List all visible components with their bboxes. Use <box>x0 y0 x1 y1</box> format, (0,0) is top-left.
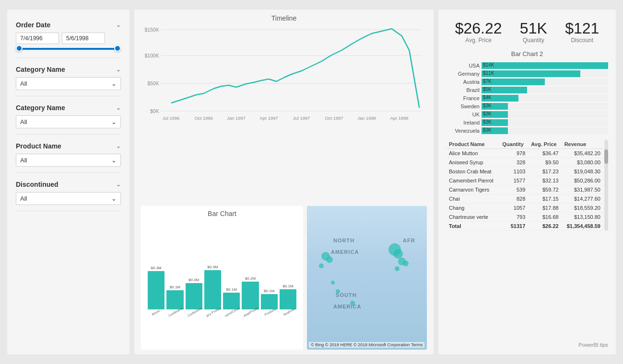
category1-chevron-icon[interactable]: ⌄ <box>116 66 121 73</box>
table-wrap[interactable]: Product Name Quantity Avg. Price Revenue… <box>446 140 603 231</box>
bar-chart2-title: Bar Chart 2 <box>446 50 608 57</box>
bar-rect-5 <box>242 282 259 309</box>
kpi-avg-price-label: Avg. Price <box>455 37 502 44</box>
slider-thumb-left[interactable] <box>16 45 23 52</box>
bar2-fill-6: $3K <box>482 111 508 118</box>
category2-header[interactable]: Category Name ⌄ <box>16 104 121 112</box>
bar2-row-6[interactable]: UK$3K <box>446 111 608 118</box>
table-cell-1-3: $3,080.00 <box>562 158 603 167</box>
category2-value: All <box>20 118 27 125</box>
bar-item-7[interactable]: $0.1M <box>280 284 296 309</box>
bar-item-4[interactable]: $0.1M <box>223 287 240 309</box>
discontinued-chevron-icon[interactable]: ⌄ <box>116 181 121 188</box>
kpi-quantity-value: 51K <box>520 20 547 37</box>
kpi-discount: $121 Discount <box>565 20 599 44</box>
map-section[interactable]: NORTH AMERICA SOUTH AMERICA AFR © Bing ©… <box>307 206 427 350</box>
bar2-row-2[interactable]: Austria$7K <box>446 79 608 85</box>
table-cell-7-2: $16.68 <box>528 213 561 222</box>
table-cell-2-1: 1103 <box>499 167 528 176</box>
bar2-label-3: Brazil <box>446 87 480 93</box>
bar-chart[interactable]: $0.3M$0.1M$0.2M$0.3M$0.1M$0.2M$0.1M$0.1M… <box>146 219 298 330</box>
bar2-fill-1: $11K <box>482 70 580 77</box>
map-dot-2 <box>326 256 333 263</box>
bar2-value-8: $3K <box>482 127 508 133</box>
discontinued-header[interactable]: Discontinued ⌄ <box>16 181 121 188</box>
bar-item-0[interactable]: $0.3M <box>148 266 165 309</box>
date-to[interactable]: 5/6/1998 <box>62 33 105 44</box>
category1-label: Category Name <box>16 66 65 73</box>
table-cell-1-1: 328 <box>499 158 528 167</box>
total-revenue: $1,354,458.59 <box>562 222 603 231</box>
order-date-chevron-icon[interactable]: ⌄ <box>116 22 121 28</box>
bar2-value-1: $11K <box>482 70 580 76</box>
bar-value-5: $0.2M <box>245 276 256 281</box>
timeline-chart[interactable]: $150K $100K $50K $0K Jul 1996 Oct 1996 J… <box>141 24 427 129</box>
dashboard: Order Date ⌄ 7/4/1996 5/6/1998 Category … <box>0 0 623 364</box>
date-from[interactable]: 7/4/1996 <box>16 33 59 44</box>
bar-item-5[interactable]: $0.2M <box>242 276 259 309</box>
bar2-value-5: $3K <box>482 103 508 108</box>
bar2-row-1[interactable]: Germany$11K <box>446 70 608 77</box>
category2-label: Category Name <box>16 104 65 112</box>
bar2-row-3[interactable]: Brazil$5K <box>446 87 608 93</box>
bar2-value-7: $3K <box>482 119 508 125</box>
table-cell-1-0: Aniseed Syrup <box>446 158 499 167</box>
bar-value-4: $0.1M <box>226 287 237 292</box>
product-header[interactable]: Product Name ⌄ <box>16 142 121 150</box>
bar2-label-6: UK <box>446 112 480 117</box>
col-product-name[interactable]: Product Name <box>446 140 499 149</box>
bar-item-2[interactable]: $0.2M <box>186 278 202 309</box>
table-row-4: Carnarvon Tigers539$59.72$31,987.50 <box>446 185 603 194</box>
bar-value-1: $0.1M <box>170 285 180 289</box>
table-cell-4-1: 539 <box>499 185 528 194</box>
bar-item-3[interactable]: $0.3M <box>204 265 221 309</box>
order-date-header[interactable]: Order Date ⌄ <box>16 21 121 29</box>
north-america-label-1: NORTH <box>333 238 354 243</box>
category2-chevron-icon[interactable]: ⌄ <box>116 104 121 111</box>
category1-dropdown[interactable]: All ⌄ <box>16 77 121 90</box>
bar-item-1[interactable]: $0.1M <box>166 285 183 309</box>
discontinued-dropdown-icon: ⌄ <box>111 195 117 202</box>
table-cell-7-0: Chartreuse verte <box>446 213 499 222</box>
bar-xlabel-5: Meat/Poultry <box>243 306 268 331</box>
scroll-thumb[interactable] <box>604 149 608 164</box>
category1-header[interactable]: Category Name ⌄ <box>16 66 121 73</box>
kpi-quantity-label: Quantity <box>520 37 547 44</box>
svg-text:Jan 1997: Jan 1997 <box>227 116 246 121</box>
bar2-label-7: Ireland <box>446 120 480 125</box>
bar2-row-0[interactable]: USA$14K <box>446 62 608 69</box>
slider-thumb-right[interactable] <box>114 45 121 52</box>
right-panel: $26.22 Avg. Price 51K Quantity $121 Disc… <box>438 10 616 354</box>
discontinued-dropdown[interactable]: All ⌄ <box>16 192 121 205</box>
product-dropdown[interactable]: All ⌄ <box>16 154 121 167</box>
bar2-row-5[interactable]: Sweden$3K <box>446 103 608 110</box>
bar-value-6: $0.1M <box>264 289 274 293</box>
table-cell-5-3: $14,277.60 <box>562 194 603 204</box>
middle-panel: Timeline $150K $100K $50K $0K Jul 1996 O… <box>134 10 434 354</box>
col-revenue[interactable]: Revenue <box>562 140 603 149</box>
bar2-label-2: Austria <box>446 79 480 85</box>
date-slider-track[interactable] <box>16 48 121 50</box>
bar2-fill-5: $3K <box>482 103 508 110</box>
table-cell-7-1: 793 <box>499 213 528 222</box>
bottom-row: Bar Chart $0.3M$0.1M$0.2M$0.3M$0.1M$0.2M… <box>141 206 427 350</box>
col-avg-price[interactable]: Avg. Price <box>528 140 561 149</box>
timeline-title: Timeline <box>141 14 427 22</box>
bar2-label-5: Sweden <box>446 103 480 109</box>
table-scrollbar[interactable] <box>604 140 608 231</box>
table-row-1: Aniseed Syrup328$9.50$3,080.00 <box>446 158 603 167</box>
col-quantity[interactable]: Quantity <box>499 140 528 149</box>
category2-dropdown[interactable]: All ⌄ <box>16 115 121 128</box>
bar2-row-7[interactable]: Ireland$3K <box>446 119 608 126</box>
bar2-track-7: $3K <box>482 119 608 126</box>
svg-text:Jul 1997: Jul 1997 <box>293 116 310 121</box>
table-row-6: Chang1057$17.88$18,559.20 <box>446 204 603 213</box>
svg-text:Apr 1997: Apr 1997 <box>260 116 278 121</box>
bar2-value-6: $3K <box>482 111 508 116</box>
product-chevron-icon[interactable]: ⌄ <box>116 143 121 149</box>
table-cell-5-2: $17.15 <box>528 194 561 204</box>
bar2-row-4[interactable]: France$4K <box>446 95 608 102</box>
bar-chart-title: Bar Chart <box>146 210 298 217</box>
bar2-row-8[interactable]: Venezuela$3K <box>446 127 608 134</box>
table-cell-3-0: Camembert Pierrot <box>446 176 499 185</box>
